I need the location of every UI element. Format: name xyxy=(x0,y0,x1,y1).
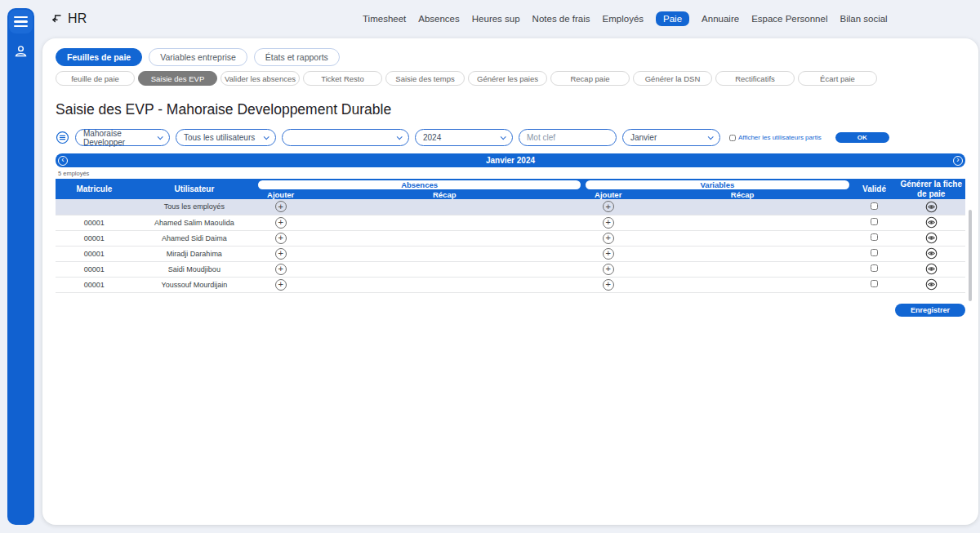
validate-checkbox[interactable] xyxy=(871,202,878,210)
company-select[interactable]: Mahoraise Developper xyxy=(75,129,170,146)
tab-generer-les-paies[interactable]: Générer les paies xyxy=(468,71,547,86)
add-variable-button[interactable]: + xyxy=(603,201,614,212)
col-header-matricule: Matricule xyxy=(56,179,133,199)
save-button[interactable]: Enregistrer xyxy=(895,304,965,317)
nav-notes-de-frais[interactable]: Notes de frais xyxy=(532,14,590,24)
cell-matricule: 00001 xyxy=(56,277,133,292)
add-variable-button[interactable]: + xyxy=(603,248,614,260)
table-row-employee: 00001 Saidi Moudjibou + + xyxy=(56,261,965,277)
cell-absences-recap xyxy=(305,261,583,277)
extra-select[interactable] xyxy=(282,129,409,146)
subheader-variables-recap: Récap xyxy=(633,189,851,199)
validate-checkbox[interactable] xyxy=(871,218,878,225)
add-absence-button[interactable]: + xyxy=(275,217,287,229)
add-absence-button[interactable]: + xyxy=(275,201,287,212)
nav-timesheet[interactable]: Timesheet xyxy=(363,14,406,24)
show-left-users-option: Afficher les utilisateurs partis xyxy=(729,134,822,141)
table-scrollbar[interactable] xyxy=(969,210,972,301)
add-absence-button[interactable]: + xyxy=(275,264,287,275)
add-variable-button[interactable]: + xyxy=(603,217,614,229)
chevron-down-icon xyxy=(397,134,403,140)
tab-saisie-des-temps[interactable]: Saisie des temps xyxy=(385,71,465,86)
period-label: Janvier 2024 xyxy=(68,156,953,165)
add-variable-button[interactable]: + xyxy=(603,264,614,275)
show-left-users-checkbox[interactable] xyxy=(729,135,736,141)
tab-recap-paie[interactable]: Recap paie xyxy=(550,71,630,86)
app-title: HR xyxy=(68,11,87,26)
tab-ticket-resto[interactable]: Ticket Resto xyxy=(303,71,382,86)
validate-checkbox[interactable] xyxy=(871,249,878,256)
tab-generer-la-dsn[interactable]: Générer la DSN xyxy=(633,71,712,86)
tab-saisie-des-evp[interactable]: Saisie des EVP xyxy=(138,71,217,86)
sidebar xyxy=(7,8,34,525)
table-row-employee: 00001 Youssouf Mourdijain + + xyxy=(56,277,965,292)
tab-feuille-de-paie[interactable]: feuille de paie xyxy=(56,71,135,86)
cell-matricule xyxy=(56,199,133,215)
cell-variables-recap xyxy=(633,277,851,292)
cell-name: Ahamed Salim Maoulida xyxy=(133,215,256,230)
col-header-generer: Générer la fiche de paie xyxy=(897,179,965,199)
validate-checkbox[interactable] xyxy=(871,233,878,241)
view-payslip-eye-icon[interactable] xyxy=(925,263,938,275)
show-left-users-label[interactable]: Afficher les utilisateurs partis xyxy=(738,134,822,141)
add-absence-button[interactable]: + xyxy=(275,279,287,291)
evp-table: Matricule Utilisateur Absences Variables… xyxy=(56,179,965,293)
nav-absences[interactable]: Absences xyxy=(418,14,460,24)
filter-list-icon[interactable] xyxy=(56,131,69,144)
period-bar: ‹ Janvier 2024 › xyxy=(56,153,965,167)
cell-absences-recap xyxy=(305,246,583,261)
filter-bar: Mahoraise Developper Tous les utilisateu… xyxy=(56,129,965,146)
add-absence-button[interactable]: + xyxy=(275,233,287,244)
table-row-employee: 00001 Miradji Darahima + + xyxy=(56,246,965,261)
chevron-down-icon xyxy=(501,134,506,140)
tab-etats-et-rapports[interactable]: États et rapports xyxy=(254,48,340,66)
nav-bilan-social[interactable]: Bilan social xyxy=(840,14,887,24)
table-row-all-employees: Tous les employés + + xyxy=(56,199,965,215)
view-payslip-eye-icon[interactable] xyxy=(925,278,938,291)
tab-variables-entreprise[interactable]: Variables entreprise xyxy=(149,48,247,66)
users-select[interactable]: Tous les utilisateurs xyxy=(176,129,276,146)
main-nav: Timesheet Absences Heures sup Notes de f… xyxy=(363,11,888,26)
tab-rectificatifs[interactable]: Rectificatifs xyxy=(715,71,795,86)
nav-annuaire[interactable]: Annuaire xyxy=(702,14,739,24)
nav-espace-personnel[interactable]: Espace Personnel xyxy=(751,14,827,24)
cell-variables-recap xyxy=(633,215,851,230)
tab-feuilles-de-paie[interactable]: Feuilles de paie xyxy=(56,48,142,66)
add-absence-button[interactable]: + xyxy=(275,248,287,260)
user-icon[interactable] xyxy=(13,43,29,62)
cell-variables-recap xyxy=(633,246,851,261)
nav-paie[interactable]: Paie xyxy=(656,11,689,26)
cell-absences-recap xyxy=(305,215,583,230)
keyword-input[interactable] xyxy=(527,133,608,142)
nav-employes[interactable]: Employés xyxy=(603,14,644,24)
group-header-absences: Absences xyxy=(256,179,583,189)
table-row-employee: 00001 Ahamed Sidi Daima + + xyxy=(56,230,965,246)
cell-name: Miradji Darahima xyxy=(133,246,256,261)
validate-checkbox[interactable] xyxy=(871,264,878,272)
tab-valider-les-absences[interactable]: Valider les absences xyxy=(220,71,300,86)
view-payslip-eye-icon[interactable] xyxy=(925,247,938,260)
cell-variables-recap xyxy=(633,199,851,215)
view-payslip-eye-icon[interactable] xyxy=(925,216,938,229)
year-select[interactable]: 2024 xyxy=(415,129,513,146)
cell-absences-recap xyxy=(305,199,583,215)
next-month-icon[interactable]: › xyxy=(953,156,963,166)
col-header-utilisateur: Utilisateur xyxy=(133,179,256,199)
group-header-variables: Variables xyxy=(583,179,852,189)
hamburger-menu-icon[interactable] xyxy=(9,10,33,33)
tab-ecart-paie[interactable]: Écart paie xyxy=(798,71,877,86)
add-variable-button[interactable]: + xyxy=(603,279,614,291)
validate-checkbox[interactable] xyxy=(871,280,878,287)
month-select[interactable]: Janvier xyxy=(622,129,720,146)
view-payslip-eye-icon[interactable] xyxy=(925,201,938,213)
return-arrow-icon[interactable] xyxy=(51,13,62,24)
ok-button[interactable]: OK xyxy=(835,132,889,143)
previous-month-icon[interactable]: ‹ xyxy=(58,156,68,166)
cell-matricule: 00001 xyxy=(56,261,133,277)
cell-absences-recap xyxy=(305,230,583,246)
view-payslip-eye-icon[interactable] xyxy=(925,232,938,244)
nav-heures-sup[interactable]: Heures sup xyxy=(472,14,520,24)
add-variable-button[interactable]: + xyxy=(603,233,614,244)
cell-absences-recap xyxy=(305,277,583,292)
main-panel: Feuilles de paie Variables entreprise Ét… xyxy=(42,38,978,525)
